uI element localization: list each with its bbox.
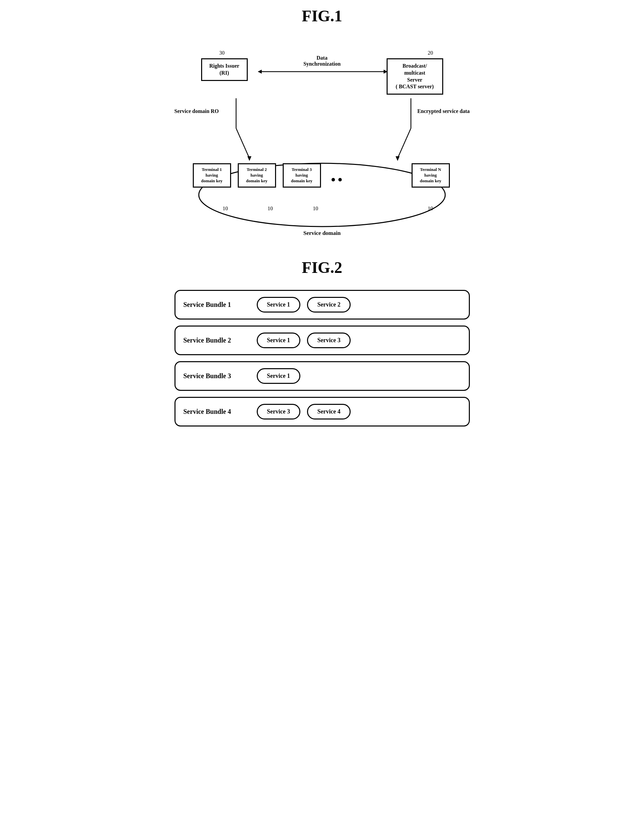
svg-point-10 xyxy=(199,163,445,227)
svg-line-8 xyxy=(397,128,411,158)
service-domain-ro-label: Service domain RO xyxy=(175,108,219,114)
fig1-diagram: 30 20 Rights Issuer (RI) Data Synchroniz… xyxy=(168,32,477,238)
rights-issuer-box: Rights Issuer (RI) xyxy=(201,58,248,81)
terminal-3-box: Terminal 3havingdomain key xyxy=(283,163,321,187)
bundle-2-name: Service Bundle 2 xyxy=(184,336,250,344)
bundle-row-4: Service Bundle 4 Service 3 Service 4 xyxy=(175,397,470,427)
bundle-4-service-1: Service 3 xyxy=(257,404,301,419)
ref-10-3: 10 xyxy=(313,206,318,212)
bundle-3-service-1: Service 1 xyxy=(257,368,301,384)
svg-marker-2 xyxy=(258,70,262,74)
bundle-row-3: Service Bundle 3 Service 1 xyxy=(175,361,470,391)
bundle-1-service-2: Service 2 xyxy=(307,297,351,312)
bcast-text-line1: Broadcast/ xyxy=(403,63,427,69)
bcast-server-box: Broadcast/ multicast Server ( BCAST serv… xyxy=(386,58,443,95)
rights-issuer-text: Rights Issuer xyxy=(209,63,239,69)
encrypted-data-label: Encrypted service data xyxy=(417,108,469,114)
bundle-row-2: Service Bundle 2 Service 1 Service 3 xyxy=(175,326,470,355)
terminal-2-box: Terminal 2havingdomain key xyxy=(238,163,276,187)
bundle-4-name: Service Bundle 4 xyxy=(184,408,250,415)
ref-10-1: 10 xyxy=(223,206,228,212)
dots: ● ● xyxy=(331,175,343,184)
fig2-title: FIG.2 xyxy=(168,258,477,277)
data-sync-label: Data Synchronization xyxy=(295,55,349,67)
svg-marker-6 xyxy=(247,156,251,161)
fig2-diagram: Service Bundle 1 Service 1 Service 2 Ser… xyxy=(168,283,477,439)
ref-20: 20 xyxy=(428,50,433,56)
bundle-3-name: Service Bundle 3 xyxy=(184,372,250,380)
service-domain-text: Service domain xyxy=(304,230,340,237)
bcast-text-line4: ( BCAST server) xyxy=(396,84,434,89)
ref-30: 30 xyxy=(219,50,225,56)
fig1-title: FIG.1 xyxy=(168,7,477,25)
bundle-4-service-2: Service 4 xyxy=(307,404,351,419)
terminal-1-box: Terminal 1havingdomain key xyxy=(193,163,231,187)
svg-line-5 xyxy=(236,128,249,158)
ref-10-2: 10 xyxy=(268,206,273,212)
ref-10-n: 10 xyxy=(428,206,433,212)
terminal-n-box: Terminal Nhavingdomain key xyxy=(412,163,450,187)
rights-issuer-abbr: (RI) xyxy=(219,70,229,75)
bundle-1-service-1: Service 1 xyxy=(257,297,301,312)
bcast-text-line3: Server xyxy=(407,77,422,83)
bundle-1-name: Service Bundle 1 xyxy=(184,301,250,309)
svg-marker-9 xyxy=(396,156,400,161)
bundle-row-1: Service Bundle 1 Service 1 Service 2 xyxy=(175,290,470,320)
bcast-text-line2: multicast xyxy=(404,70,425,75)
bundle-2-service-2: Service 3 xyxy=(307,332,351,348)
bundle-2-service-1: Service 1 xyxy=(257,332,301,348)
